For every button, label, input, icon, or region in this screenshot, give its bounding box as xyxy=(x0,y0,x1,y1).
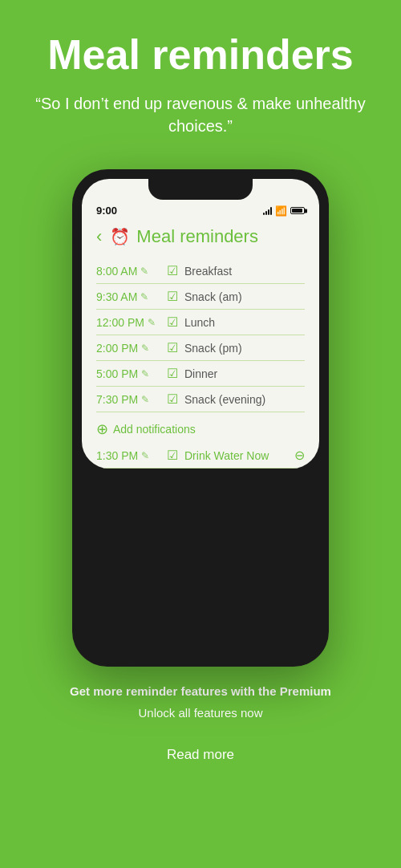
app-screen-title: Meal reminders xyxy=(136,226,258,247)
reminder-row: 2:00 PM ✎ ☑ Snack (pm) xyxy=(96,335,305,361)
reminder-list: 8:00 AM ✎ ☑ Breakfast 9:30 AM ✎ ☑ Snack … xyxy=(96,258,305,412)
phone-screen: 9:00 📶 ‹ ⏰ Meal reminders xyxy=(82,179,319,468)
add-notifications-label: Add notifications xyxy=(113,423,196,436)
edit-icon-4[interactable]: ✎ xyxy=(141,343,149,354)
checkbox-5[interactable]: ☑ xyxy=(167,366,178,381)
water-reminder-row: 1:30 PM ✎ ☑ Drink Water Now ⊖ xyxy=(96,443,305,468)
add-circle-icon: ⊕ xyxy=(96,420,108,438)
reminder-time-3: 12:00 PM ✎ xyxy=(96,316,160,329)
checkbox-4[interactable]: ☑ xyxy=(167,340,178,355)
status-icons: 📶 xyxy=(263,205,305,217)
reminder-label-6: Snack (evening) xyxy=(184,393,305,406)
reminder-row: 12:00 PM ✎ ☑ Lunch xyxy=(96,310,305,335)
reminder-label-2: Snack (am) xyxy=(184,290,305,303)
phone-notch xyxy=(148,179,253,200)
promo-subtitle: Unlock all features now xyxy=(24,706,377,720)
read-more-button[interactable]: Read more xyxy=(103,734,299,776)
add-notifications[interactable]: ⊕ Add notifications xyxy=(96,412,305,443)
promo-section: Get more reminder features with the Prem… xyxy=(0,667,401,800)
checkbox-2[interactable]: ☑ xyxy=(167,289,178,304)
reminder-row: 5:00 PM ✎ ☑ Dinner xyxy=(96,361,305,387)
reminder-time-5: 5:00 PM ✎ xyxy=(96,367,160,380)
alarm-icon: ⏰ xyxy=(110,227,130,246)
reminder-row: 7:30 PM ✎ ☑ Snack (evening) xyxy=(96,387,305,412)
battery-icon xyxy=(290,207,305,214)
edit-icon-5[interactable]: ✎ xyxy=(141,368,149,379)
reminder-row: 9:30 AM ✎ ☑ Snack (am) xyxy=(96,284,305,310)
checkbox-water[interactable]: ☑ xyxy=(167,448,178,463)
reminder-label-4: Snack (pm) xyxy=(184,342,305,355)
edit-icon-2[interactable]: ✎ xyxy=(140,291,148,302)
back-arrow-icon[interactable]: ‹ xyxy=(96,226,102,247)
remove-icon[interactable]: ⊖ xyxy=(294,448,305,463)
reminder-time-4: 2:00 PM ✎ xyxy=(96,342,160,355)
edit-icon-3[interactable]: ✎ xyxy=(148,317,156,328)
status-bar: 9:00 📶 xyxy=(82,200,319,218)
water-reminder-time: 1:30 PM ✎ xyxy=(96,449,160,462)
checkbox-3[interactable]: ☑ xyxy=(167,314,178,330)
app-header: ‹ ⏰ Meal reminders xyxy=(96,226,305,247)
reminder-time-6: 7:30 PM ✎ xyxy=(96,393,160,406)
app-content: ‹ ⏰ Meal reminders 8:00 AM ✎ ☑ Breakfast… xyxy=(82,218,319,468)
reminder-label-3: Lunch xyxy=(184,316,305,329)
edit-icon-6[interactable]: ✎ xyxy=(141,394,149,405)
water-reminder-label: Drink Water Now xyxy=(184,449,294,462)
wifi-icon: 📶 xyxy=(275,205,287,217)
signal-icon xyxy=(263,207,272,215)
checkbox-1[interactable]: ☑ xyxy=(167,263,178,278)
checkbox-6[interactable]: ☑ xyxy=(167,391,178,407)
reminder-label-5: Dinner xyxy=(184,367,305,380)
reminder-row: 8:00 AM ✎ ☑ Breakfast xyxy=(96,258,305,284)
status-time: 9:00 xyxy=(96,205,117,217)
reminder-time-1: 8:00 AM ✎ xyxy=(96,265,160,278)
subtitle-quote: “So I don’t end up ravenous & make unhea… xyxy=(24,92,377,137)
main-title: Meal reminders xyxy=(24,32,377,78)
reminder-time-2: 9:30 AM ✎ xyxy=(96,290,160,303)
reminder-label-1: Breakfast xyxy=(184,265,305,278)
promo-title: Get more reminder features with the Prem… xyxy=(24,683,377,700)
phone-mockup: 9:00 📶 ‹ ⏰ Meal reminders xyxy=(72,169,329,667)
edit-icon-1[interactable]: ✎ xyxy=(140,266,148,277)
edit-icon-water[interactable]: ✎ xyxy=(141,450,149,461)
header-section: Meal reminders “So I don’t end up raveno… xyxy=(0,0,401,169)
